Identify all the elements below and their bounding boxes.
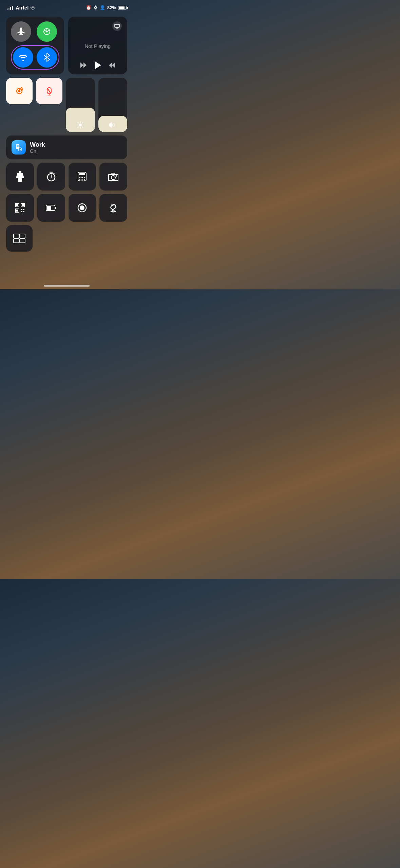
- svg-point-16: [79, 177, 80, 178]
- now-playing-title: Not Playing: [74, 43, 122, 49]
- silent-mode-button[interactable]: [36, 78, 62, 104]
- svg-rect-25: [16, 204, 18, 206]
- media-player: Not Playing: [68, 17, 128, 74]
- shortcuts-grid: [6, 163, 127, 191]
- svg-rect-10: [19, 171, 21, 173]
- second-row: [6, 78, 127, 132]
- signal-bars: [7, 6, 13, 10]
- svg-rect-8: [17, 146, 19, 147]
- connectivity-block: [6, 17, 64, 74]
- svg-rect-4: [18, 90, 20, 92]
- svg-point-2: [46, 31, 48, 33]
- svg-point-37: [80, 205, 84, 210]
- focus-text: Work On: [30, 141, 45, 154]
- svg-point-23: [116, 175, 117, 177]
- battery-widget-button[interactable]: [37, 194, 65, 222]
- connectivity-grid: [11, 21, 59, 70]
- alarm-icon: ⏰: [86, 5, 91, 10]
- screen-record-button[interactable]: [69, 194, 96, 222]
- media-controls: [74, 61, 122, 70]
- focus-mode-button[interactable]: Work On: [6, 135, 127, 159]
- svg-rect-12: [18, 178, 22, 182]
- slider-group: [66, 78, 127, 132]
- carrier-label: Airtel: [16, 5, 28, 11]
- cellular-button[interactable]: [37, 21, 57, 42]
- rotation-lock-button[interactable]: [6, 78, 33, 104]
- svg-point-18: [84, 177, 85, 178]
- home-indicator: [44, 285, 90, 287]
- volume-icon: [109, 121, 117, 129]
- control-center: Not Playing: [0, 13, 133, 258]
- svg-point-19: [79, 179, 80, 181]
- svg-rect-40: [14, 239, 19, 243]
- svg-rect-15: [79, 173, 85, 175]
- timer-button[interactable]: [37, 163, 65, 191]
- bluetooth-button[interactable]: [37, 47, 57, 68]
- status-right: ⏰ 👤 82%: [86, 5, 127, 10]
- camera-button[interactable]: [99, 163, 127, 191]
- svg-rect-29: [16, 210, 18, 212]
- media-header: [74, 21, 122, 31]
- volume-slider[interactable]: [98, 78, 128, 132]
- svg-rect-30: [21, 209, 22, 210]
- orientation-lock-icon: [93, 5, 98, 10]
- svg-rect-31: [23, 209, 24, 210]
- svg-rect-7: [17, 145, 19, 146]
- shortcuts-grid-2: [6, 194, 127, 222]
- airplay-button[interactable]: [112, 21, 122, 31]
- svg-marker-11: [16, 173, 24, 178]
- wifi-status-icon: [30, 5, 36, 10]
- forward-button[interactable]: [108, 62, 116, 68]
- rewind-button[interactable]: [80, 62, 87, 68]
- svg-point-21: [84, 179, 85, 181]
- shazam-button[interactable]: [99, 194, 127, 222]
- calculator-button[interactable]: [69, 163, 96, 191]
- svg-point-22: [111, 176, 115, 180]
- svg-rect-32: [21, 211, 22, 212]
- focus-name: Work: [30, 141, 45, 148]
- battery-fill: [119, 6, 125, 9]
- svg-point-5: [79, 124, 82, 126]
- battery-percent: 82%: [107, 5, 116, 10]
- svg-rect-38: [14, 234, 19, 238]
- airplane-mode-button[interactable]: [11, 21, 31, 42]
- focus-icon: [12, 140, 26, 155]
- svg-point-20: [81, 179, 83, 181]
- wifi-bt-group: [11, 45, 59, 70]
- svg-rect-35: [47, 206, 51, 210]
- status-left: Airtel: [7, 5, 36, 11]
- svg-rect-39: [20, 234, 25, 238]
- screen-mirror-button[interactable]: [6, 225, 33, 252]
- svg-rect-41: [20, 239, 25, 243]
- wifi-button[interactable]: [13, 47, 33, 68]
- qr-scanner-button[interactable]: [6, 194, 34, 222]
- brightness-slider[interactable]: [66, 78, 95, 132]
- contact-icon: 👤: [100, 5, 105, 10]
- top-row: Not Playing: [6, 17, 127, 74]
- svg-rect-27: [22, 204, 24, 206]
- status-bar: Airtel ⏰ 👤 82%: [0, 0, 133, 13]
- play-button[interactable]: [94, 61, 101, 70]
- battery-indicator: [118, 6, 127, 10]
- shortcuts-grid-3: [6, 225, 127, 252]
- svg-point-17: [81, 177, 83, 178]
- svg-rect-33: [23, 211, 24, 212]
- focus-status: On: [30, 148, 45, 154]
- flashlight-button[interactable]: [6, 163, 34, 191]
- brightness-icon: [77, 121, 84, 129]
